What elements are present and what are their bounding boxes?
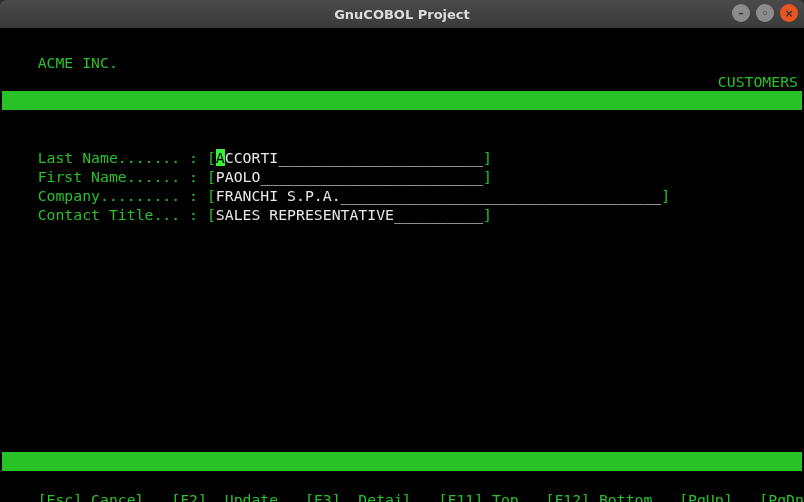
field-pad: __________ [394,206,483,223]
fkey-f12[interactable]: [F12] Bottom [545,491,652,502]
window-title: GnuCOBOL Project [334,7,470,22]
field-close-bracket: ] [483,206,492,223]
window-maximize-button[interactable]: ◦ [756,4,774,22]
contact-title-input[interactable]: SALES REPRESENTATIVE [216,206,394,223]
contact-title-label: Contact Title... : [38,206,207,223]
terminal-screen: ACME INC. CUSTOMERS Thursday, July 4, 20… [0,28,804,502]
fkey-f3[interactable]: [F3] Detail [305,491,412,502]
fkey-pgdn[interactable]: [PgDn] [759,491,804,502]
fkey-esc[interactable]: [Esc] Cancel [38,491,145,502]
fkey-f2[interactable]: [F2] Update [171,491,278,502]
fkey-pgup[interactable]: [PgUp] [679,491,732,502]
file-path-bar: [../FIL/CUSTOMERS.IDX - EDIT] [38,111,296,128]
fkey-f11[interactable]: [F11] Top [439,491,519,502]
window-minimize-button[interactable]: – [732,4,750,22]
window-close-button[interactable]: × [780,4,798,22]
header-company: ACME INC. [38,54,118,71]
window-titlebar: GnuCOBOL Project – ◦ × [0,0,804,28]
field-open-bracket: [ [207,206,216,223]
